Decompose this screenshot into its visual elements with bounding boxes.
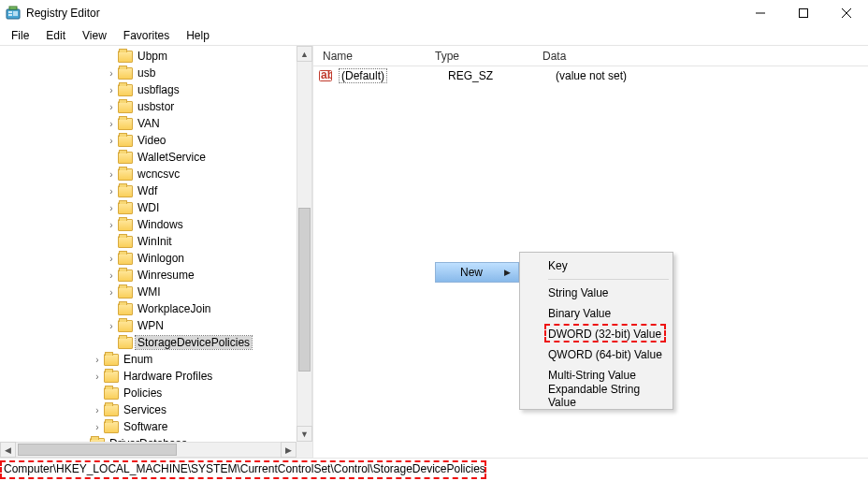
tree-item[interactable]: Ubpm — [0, 48, 312, 65]
tree-item[interactable]: WorkplaceJoin — [0, 300, 312, 317]
scroll-track[interactable] — [16, 442, 281, 458]
tree-item[interactable]: ›Software — [0, 418, 312, 435]
tree-item-label: WorkplaceJoin — [136, 302, 212, 315]
submenu-item[interactable]: Key — [522, 255, 671, 276]
menu-help[interactable]: Help — [179, 27, 217, 44]
value-row[interactable]: ab (Default) REG_SZ (value not set) — [313, 66, 868, 84]
column-name[interactable]: Name — [319, 50, 431, 63]
expand-chevron-icon[interactable]: › — [106, 220, 117, 230]
folder-icon — [118, 219, 133, 231]
scroll-thumb[interactable] — [18, 444, 177, 456]
tree-item[interactable]: ›usbstor — [0, 98, 312, 115]
scroll-down-button[interactable]: ▼ — [297, 426, 312, 442]
tree-item[interactable]: ›Winresume — [0, 267, 312, 284]
tree-item-label: Video — [136, 134, 167, 147]
expand-chevron-icon[interactable]: › — [106, 254, 117, 264]
folder-icon — [118, 303, 133, 315]
tree-item[interactable]: ›WDI — [0, 199, 312, 216]
tree-item[interactable]: ›Hardware Profiles — [0, 368, 312, 385]
maximize-button[interactable] — [782, 0, 825, 26]
folder-icon — [118, 135, 133, 147]
expand-chevron-icon[interactable]: › — [106, 68, 117, 79]
expand-chevron-icon[interactable]: › — [92, 422, 103, 432]
tree-item-label: Winlogon — [136, 252, 186, 265]
tree-item[interactable]: ›Windows — [0, 216, 312, 233]
scrollbar-corner — [297, 442, 312, 458]
expand-chevron-icon[interactable]: › — [92, 372, 103, 382]
tree-item[interactable]: ›Services — [0, 401, 312, 418]
folder-icon — [118, 101, 133, 113]
tree-item-label: WDI — [136, 201, 161, 214]
minimize-button[interactable] — [739, 0, 782, 26]
expand-chevron-icon[interactable]: › — [106, 136, 117, 146]
folder-icon — [118, 286, 133, 299]
menu-file[interactable]: File — [4, 27, 36, 44]
tree-item-label: Ubpm — [136, 50, 169, 63]
submenu-item[interactable]: QWORD (64-bit) Value — [522, 344, 671, 365]
submenu-item[interactable]: DWORD (32-bit) Value — [522, 324, 671, 344]
values-pane: Name Type Data ab (Default) REG_SZ (valu… — [313, 46, 868, 458]
menu-view[interactable]: View — [75, 27, 114, 44]
registry-tree[interactable]: Ubpm›usb›usbflags›usbstor›VAN›VideoWalle… — [0, 46, 312, 452]
tree-item[interactable]: ›Video — [0, 132, 312, 149]
scroll-right-button[interactable]: ▶ — [281, 442, 297, 458]
tree-item[interactable]: ›usb — [0, 65, 312, 81]
tree-item[interactable]: ›VAN — [0, 115, 312, 132]
values-header[interactable]: Name Type Data — [313, 46, 868, 66]
scroll-left-button[interactable]: ◀ — [0, 442, 16, 458]
context-menu-new[interactable]: New ▶ — [435, 262, 519, 283]
tree-item-label: Services — [122, 403, 168, 416]
status-bar: Computer\HKEY_LOCAL_MACHINE\SYSTEM\Curre… — [0, 458, 868, 478]
tree-item[interactable]: ›Enum — [0, 351, 312, 368]
tree-item[interactable]: StorageDevicePolicies — [0, 334, 312, 351]
tree-vertical-scrollbar[interactable]: ▲ ▼ — [297, 46, 312, 442]
expand-chevron-icon[interactable]: › — [106, 287, 117, 298]
tree-horizontal-scrollbar[interactable]: ◀ ▶ — [0, 442, 297, 458]
regedit-icon — [6, 6, 21, 21]
tree-item[interactable]: ›WMI — [0, 284, 312, 300]
folder-icon — [118, 67, 133, 80]
expand-chevron-icon[interactable]: › — [106, 321, 117, 331]
submenu-item[interactable]: String Value — [522, 283, 671, 303]
tree-item[interactable]: ›Winlogon — [0, 250, 312, 267]
tree-item[interactable]: ›wcncsvc — [0, 166, 312, 182]
scroll-up-button[interactable]: ▲ — [297, 46, 312, 62]
tree-item-label: Winresume — [136, 269, 196, 282]
scroll-thumb[interactable] — [298, 208, 311, 372]
expand-chevron-icon[interactable]: › — [92, 355, 103, 365]
folder-icon — [118, 51, 133, 63]
expand-chevron-icon[interactable]: › — [106, 119, 117, 129]
folder-icon — [104, 354, 119, 366]
submenu-item[interactable]: Binary Value — [522, 303, 671, 324]
expand-chevron-icon[interactable]: › — [92, 405, 103, 415]
expand-chevron-icon[interactable]: › — [106, 102, 117, 112]
expand-chevron-icon[interactable]: › — [106, 169, 117, 180]
value-data: (value not set) — [552, 69, 630, 82]
expand-chevron-icon[interactable]: › — [106, 203, 117, 213]
column-data[interactable]: Data — [539, 50, 868, 63]
tree-item[interactable]: ›WPN — [0, 317, 312, 334]
string-value-icon: ab — [319, 69, 332, 82]
menu-favorites[interactable]: Favorites — [116, 27, 177, 44]
menu-edit[interactable]: Edit — [38, 27, 73, 44]
folder-icon — [118, 270, 133, 282]
svg-rect-3 — [13, 11, 18, 16]
tree-item[interactable]: ›Wdf — [0, 182, 312, 199]
column-type[interactable]: Type — [431, 50, 539, 63]
tree-item-label: Wdf — [136, 184, 159, 197]
close-button[interactable] — [825, 0, 868, 26]
tree-item[interactable]: WalletService — [0, 149, 312, 166]
expand-chevron-icon[interactable]: › — [106, 270, 117, 281]
tree-item[interactable]: WinInit — [0, 233, 312, 250]
folder-icon — [104, 371, 119, 383]
scroll-track[interactable] — [297, 62, 312, 426]
tree-item[interactable]: Policies — [0, 385, 312, 401]
expand-chevron-icon[interactable]: › — [106, 85, 117, 95]
window-title: Registry Editor — [26, 7, 100, 20]
new-submenu[interactable]: KeyString ValueBinary ValueDWORD (32-bit… — [519, 252, 673, 410]
expand-chevron-icon[interactable]: › — [106, 186, 117, 197]
svg-rect-2 — [8, 14, 12, 16]
svg-text:ab: ab — [321, 69, 332, 81]
tree-item[interactable]: ›usbflags — [0, 81, 312, 98]
submenu-item[interactable]: Expandable String Value — [522, 386, 671, 406]
